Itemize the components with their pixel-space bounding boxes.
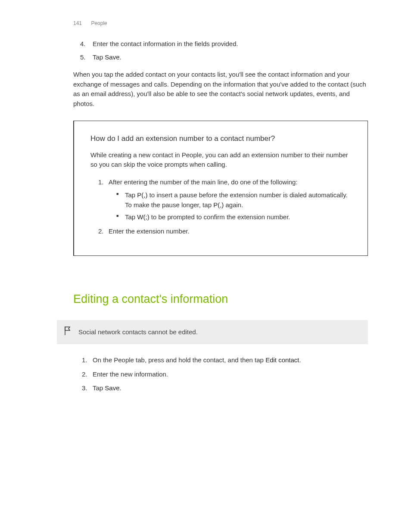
list-text: On the People tab, press and hold the co… bbox=[93, 356, 301, 364]
list-item: 5. Tap Save. bbox=[73, 53, 368, 62]
main-content: 4. Enter the contact information in the … bbox=[73, 39, 368, 393]
list-item: 4. Enter the contact information in the … bbox=[73, 39, 368, 49]
continuation-list: 4. Enter the contact information in the … bbox=[73, 39, 368, 62]
page-header: 141 People bbox=[73, 19, 368, 27]
section-heading: Editing a contact's information bbox=[73, 290, 368, 308]
list-number: 5. bbox=[80, 53, 86, 62]
list-text: Enter the extension number. bbox=[109, 227, 190, 235]
note-text: Social network contacts cannot be edited… bbox=[78, 327, 198, 337]
callout-box: How do I add an extension number to a co… bbox=[73, 121, 368, 256]
list-number: 1. bbox=[98, 177, 104, 187]
callout-ordered-list: 1. After entering the number of the main… bbox=[90, 177, 351, 236]
list-number: 4. bbox=[80, 39, 86, 49]
callout-title: How do I add an extension number to a co… bbox=[90, 133, 351, 144]
list-item: 3. Tap Save. bbox=[73, 383, 368, 393]
note-bar: Social network contacts cannot be edited… bbox=[57, 320, 368, 345]
flag-icon bbox=[57, 326, 78, 339]
list-number: 2. bbox=[98, 227, 104, 236]
list-item: 2. Enter the extension number. bbox=[90, 227, 351, 236]
list-text: Tap Save. bbox=[93, 53, 121, 61]
list-text: After entering the number of the main li… bbox=[109, 178, 298, 186]
list-text: Enter the contact information in the fie… bbox=[93, 40, 238, 47]
list-text: Tap Save. bbox=[93, 384, 121, 392]
list-number: 1. bbox=[82, 355, 87, 365]
page-number: 141 bbox=[73, 20, 82, 26]
list-text: Tap W(;) to be prompted to confirm the e… bbox=[125, 213, 290, 221]
bullet-list: Tap P(,) to insert a pause before the ex… bbox=[109, 190, 351, 222]
list-item: Tap W(;) to be prompted to confirm the e… bbox=[109, 212, 351, 222]
list-text: Enter the new information. bbox=[93, 370, 168, 378]
section-name: People bbox=[91, 20, 107, 26]
callout-paragraph: While creating a new contact in People, … bbox=[90, 150, 351, 170]
list-item: 2. Enter the new information. bbox=[73, 370, 368, 380]
list-text: Tap P(,) to insert a pause before the ex… bbox=[125, 191, 348, 208]
list-item: 1. On the People tab, press and hold the… bbox=[73, 355, 368, 365]
body-paragraph: When you tap the added contact on your c… bbox=[73, 70, 368, 109]
list-number: 2. bbox=[82, 370, 87, 380]
list-item: 1. After entering the number of the main… bbox=[90, 177, 351, 222]
edit-steps-list: 1. On the People tab, press and hold the… bbox=[73, 355, 368, 393]
list-number: 3. bbox=[82, 383, 87, 393]
list-item: Tap P(,) to insert a pause before the ex… bbox=[109, 190, 351, 210]
